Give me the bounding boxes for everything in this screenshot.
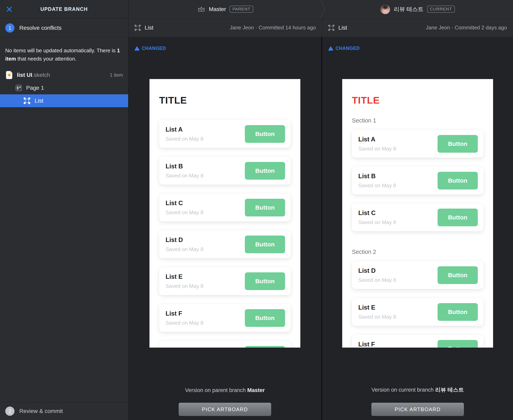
- changed-triangle-icon: [135, 46, 139, 51]
- step-1-badge: 1: [5, 23, 15, 33]
- artboard-title: List: [338, 24, 347, 31]
- preview-card-button: Button: [438, 303, 478, 321]
- preview-section-label: Section 1: [352, 117, 483, 124]
- current-branch-heading: 리뷰 테스트 CURRENT: [322, 0, 513, 18]
- artboard-icon: [328, 25, 334, 31]
- preview-list-card: List D Saved on May 8 Button: [352, 261, 483, 289]
- parent-panel-header: List Jane Jeon · Committed 14 hours ago: [128, 18, 322, 37]
- preview-card-name: List E: [358, 304, 396, 311]
- pick-artboard-button-parent[interactable]: PICK ARTBOARD: [179, 403, 271, 416]
- update-branch-dialog: UPDATE BRANCH 1 Resolve conflicts No ite…: [0, 0, 513, 420]
- preview-list-card: List F Saved on May 8 Button: [352, 335, 483, 348]
- preview-card-button: Button: [438, 209, 478, 226]
- dialog-title: UPDATE BRANCH: [40, 6, 88, 12]
- changed-triangle-icon: [328, 46, 333, 51]
- tree-item-file[interactable]: list UI.sketch 1 item: [0, 69, 128, 82]
- preview-card-meta: Saved on May 8: [358, 314, 396, 320]
- preview-card-meta: Saved on May 8: [166, 246, 204, 252]
- preview-card-meta: Saved on May 8: [166, 136, 204, 142]
- current-branch-name: 리뷰 테스트: [394, 5, 423, 13]
- preview-card-text: List F Saved on May 8: [358, 341, 396, 348]
- current-badge: CURRENT: [427, 6, 455, 13]
- conflict-notice: No items will be updated automatically. …: [5, 46, 123, 63]
- current-artboard-preview: TITLE Section 1 List A Saved on May 8 Bu…: [342, 79, 493, 348]
- file-name: list UI.sketch: [17, 72, 50, 78]
- preview-card-text: List A Saved on May 8: [166, 126, 204, 142]
- preview-card-button: Button: [245, 272, 285, 290]
- preview-card-button: Button: [245, 125, 285, 143]
- preview-section-label: Section 2: [352, 249, 483, 255]
- sidebar-header: UPDATE BRANCH: [0, 0, 128, 19]
- preview-card-button: Button: [438, 340, 478, 348]
- preview-title: TITLE: [352, 79, 483, 106]
- preview-card-button: Button: [245, 309, 285, 327]
- preview-card-name: List D: [166, 236, 204, 244]
- version-panels: List Jane Jeon · Committed 14 hours ago …: [128, 18, 513, 420]
- artboard-label: List: [35, 98, 44, 104]
- pick-artboard-button-current[interactable]: PICK ARTBOARD: [371, 403, 464, 416]
- parent-badge: PARENT: [230, 6, 253, 13]
- preview-card-meta: Saved on May 8: [166, 283, 204, 289]
- preview-card-meta: Saved on May 8: [358, 219, 396, 225]
- artboard-icon: [135, 25, 141, 31]
- preview-card-meta: Saved on May 8: [358, 146, 396, 152]
- preview-blocks: List A Saved on May 8 Button List B Save…: [159, 120, 291, 348]
- parent-artboard-preview: TITLE List A Saved on May 8 Button List …: [150, 79, 300, 348]
- preview-card-meta: Saved on May 8: [166, 210, 204, 216]
- current-version-panel: List Jane Jeon · Committed 2 days ago CH…: [322, 18, 513, 420]
- preview-card-text: List D Saved on May 8: [166, 236, 204, 252]
- preview-card-name: List C: [166, 200, 204, 207]
- version-caption: Version on current branch 리뷰 테스트: [322, 386, 513, 393]
- preview-list-card: List C Saved on May 8 Button: [159, 194, 291, 221]
- tree-item-page[interactable]: Page 1: [0, 82, 128, 94]
- preview-card-meta: Saved on May 8: [358, 182, 396, 189]
- parent-canvas: CHANGED TITLE List A Saved on May 8 Butt…: [128, 37, 322, 420]
- tree-item-artboard-selected[interactable]: List: [0, 94, 128, 107]
- preview-card-name: List C: [358, 210, 396, 217]
- preview-list-card: List E Saved on May 8 Button: [159, 267, 291, 295]
- close-button[interactable]: [4, 4, 14, 14]
- preview-card-text: List B Saved on May 8: [166, 163, 204, 179]
- close-icon: [6, 6, 13, 13]
- preview-card-name: List F: [358, 341, 396, 348]
- preview-card-name: List D: [358, 267, 396, 274]
- current-canvas: CHANGED TITLE Section 1 List A Saved on …: [322, 37, 513, 420]
- preview-card-text: List A Saved on May 8: [358, 136, 396, 152]
- preview-card-button: Button: [245, 199, 285, 217]
- file-item-count: 1 item: [110, 72, 123, 78]
- sidebar-spacer: [0, 107, 128, 402]
- preview-card-button: Button: [438, 135, 478, 153]
- page-label: Page 1: [26, 85, 44, 91]
- preview-card-button: Button: [245, 162, 285, 180]
- preview-card-button: Button: [438, 266, 478, 284]
- preview-card-text: List B Saved on May 8: [358, 172, 396, 189]
- preview-card-name: List A: [166, 126, 204, 133]
- commit-meta: Jane Jeon · Committed 14 hours ago: [230, 24, 316, 31]
- preview-card-meta: Saved on May 8: [166, 320, 204, 326]
- preview-card-button: [245, 346, 285, 348]
- current-panel-header: List Jane Jeon · Committed 2 days ago: [322, 18, 513, 37]
- branch-topbar: Master PARENT 리뷰 테스트 CURRENT: [128, 0, 513, 18]
- preview-card-button: Button: [245, 236, 285, 253]
- step-2-badge: 2: [5, 406, 15, 416]
- preview-blocks: Section 1 List A Saved on May 8 Button L…: [352, 117, 483, 348]
- preview-card-text: List F Saved on May 8: [166, 310, 204, 326]
- sketch-file-icon: [5, 71, 13, 79]
- preview-card-name: List A: [358, 136, 396, 143]
- parent-version-panel: List Jane Jeon · Committed 14 hours ago …: [128, 18, 322, 420]
- master-crown-icon: [197, 6, 205, 13]
- parent-branch-name: Master: [209, 6, 226, 13]
- preview-card-name: List B: [166, 163, 204, 170]
- page-icon: [15, 84, 22, 91]
- preview-list-card: List A Saved on May 8 Button: [159, 120, 291, 148]
- step-1-label: Resolve conflicts: [19, 25, 61, 31]
- preview-list-card: List D Saved on May 8 Button: [159, 231, 291, 258]
- preview-list-card: List B Saved on May 8 Button: [159, 157, 291, 185]
- preview-list-card: List F Saved on May 8 Button: [159, 304, 291, 332]
- preview-card-name: List B: [358, 172, 396, 180]
- artboard-icon: [24, 98, 30, 104]
- preview-list-card: List B Saved on May 8 Button: [352, 167, 483, 195]
- changed-status-badge: CHANGED: [135, 46, 166, 51]
- preview-title: TITLE: [159, 79, 291, 106]
- commit-meta: Jane Jeon · Committed 2 days ago: [426, 24, 507, 31]
